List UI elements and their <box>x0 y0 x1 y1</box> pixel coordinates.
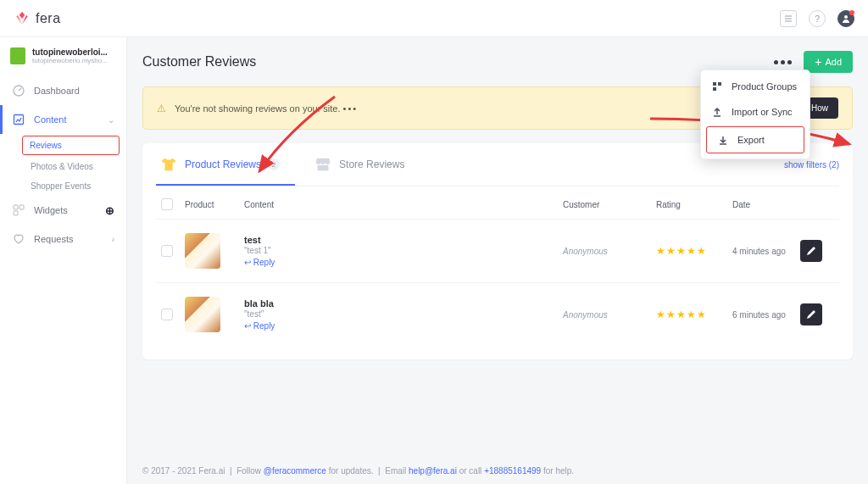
sidebar-item-widgets[interactable]: Widgets ⊕ <box>0 196 126 225</box>
col-date: Date <box>732 200 800 209</box>
reviews-card: Product Reviews 2 Store Reviews show fil… <box>142 143 853 359</box>
svg-rect-6 <box>713 82 716 86</box>
rating-stars: ★★★★★ <box>656 245 707 257</box>
twitter-link[interactable]: @feracommerce <box>264 466 326 476</box>
review-date: 6 minutes ago <box>732 310 786 320</box>
user-icon[interactable] <box>837 10 854 27</box>
chevron-down-icon: ⌄ <box>108 115 114 125</box>
edit-button[interactable] <box>800 303 822 325</box>
select-all-checkbox[interactable] <box>161 198 173 210</box>
more-menu-dropdown: Product Groups Import or Sync Export <box>700 70 810 159</box>
content-icon <box>12 113 25 126</box>
review-date: 4 minutes ago <box>732 247 786 256</box>
table-row: test "test 1" ↩ Reply Anonymous ★★★★★ 4 … <box>156 219 839 282</box>
store-name: tutopinewoberloi... <box>32 47 108 57</box>
add-button[interactable]: +Add <box>804 51 853 73</box>
topbar: fera ? <box>0 0 868 37</box>
chevron-right-icon: › <box>112 235 114 244</box>
more-menu-button[interactable] <box>774 60 792 64</box>
fera-gem-icon <box>14 10 31 27</box>
svg-rect-2 <box>14 115 24 125</box>
sidebar-item-label: Widgets <box>34 205 68 215</box>
footer: © 2017 - 2021 Fera.ai | Follow @feracomm… <box>142 466 574 476</box>
row-checkbox[interactable] <box>161 245 173 257</box>
tab-label: Product Reviews <box>185 159 261 170</box>
add-button-label: Add <box>825 57 842 67</box>
dropdown-item-label: Import or Sync <box>732 107 793 117</box>
sidebar-item-dashboard[interactable]: Dashboard <box>0 76 126 105</box>
plus-icon: ⊕ <box>105 204 114 217</box>
col-rating: Rating <box>656 200 732 209</box>
sidebar-subitem-photos[interactable]: Photos & Videos <box>22 157 126 176</box>
tab-label: Store Reviews <box>339 159 404 170</box>
review-excerpt: "test 1" <box>244 246 563 255</box>
customer-name: Anonymous <box>563 247 608 256</box>
upload-icon <box>711 107 723 117</box>
review-title: bla bla <box>244 298 563 309</box>
show-filters-link[interactable]: show filters (2) <box>784 160 839 170</box>
main-content: Customer Reviews +Add Product Groups Imp… <box>127 37 868 484</box>
sidebar-item-label: Content <box>34 114 67 125</box>
reply-link[interactable]: ↩ Reply <box>244 321 563 331</box>
dropdown-export[interactable]: Export <box>706 126 804 153</box>
svg-point-0 <box>844 15 848 19</box>
svg-rect-5 <box>14 211 18 215</box>
customer-name: Anonymous <box>563 310 608 320</box>
sidebar-item-content[interactable]: Content ⌄ <box>0 105 126 134</box>
rating-stars: ★★★★★ <box>656 309 707 320</box>
dashboard-icon <box>12 84 25 97</box>
review-excerpt: "test" <box>244 309 563 319</box>
dropdown-item-label: Export <box>737 135 765 145</box>
row-checkbox[interactable] <box>161 309 173 320</box>
table-row: bla bla "test" ↩ Reply Anonymous ★★★★★ 6… <box>156 282 839 346</box>
email-link[interactable]: help@fera.ai <box>409 466 457 476</box>
svg-rect-7 <box>718 82 721 86</box>
page-title: Customer Reviews <box>142 54 256 70</box>
tab-product-reviews[interactable]: Product Reviews 2 <box>156 143 295 186</box>
dropdown-product-groups[interactable]: Product Groups <box>701 74 810 99</box>
sidebar-subitem-reviews[interactable]: Reviews <box>22 136 120 155</box>
dropdown-import[interactable]: Import or Sync <box>701 99 810 125</box>
col-content: Content <box>244 200 563 209</box>
table-header: Product Content Customer Rating Date <box>156 186 839 219</box>
svg-rect-3 <box>14 205 18 209</box>
edit-button[interactable] <box>800 240 822 262</box>
warning-icon: ⚠ <box>157 103 166 114</box>
tab-store-reviews[interactable]: Store Reviews <box>310 143 420 186</box>
review-title: test <box>244 235 563 245</box>
store-icon <box>314 155 332 174</box>
brand-logo[interactable]: fera <box>14 10 61 27</box>
warning-text: You're not showing reviews on your site. <box>175 103 341 114</box>
svg-rect-8 <box>713 87 716 91</box>
notes-icon[interactable] <box>780 10 797 27</box>
sidebar-item-label: Dashboard <box>34 86 80 96</box>
tab-count: 2 <box>268 159 280 170</box>
notification-dot <box>849 10 854 15</box>
widgets-icon <box>12 203 25 217</box>
shopify-icon <box>10 47 25 64</box>
phone-link[interactable]: +18885161499 <box>484 466 541 476</box>
download-icon <box>717 135 729 145</box>
store-domain: tutopinewoberlo.mysho... <box>32 57 108 64</box>
dropdown-item-label: Product Groups <box>732 81 797 92</box>
brand-name: fera <box>36 11 61 26</box>
col-customer: Customer <box>563 200 656 209</box>
requests-icon <box>12 232 25 246</box>
product-thumbnail[interactable] <box>185 233 220 269</box>
reply-link[interactable]: ↩ Reply <box>244 258 563 267</box>
sidebar-item-requests[interactable]: Requests › <box>0 225 126 253</box>
svg-rect-4 <box>19 205 24 209</box>
help-icon[interactable]: ? <box>809 10 826 27</box>
sidebar-item-label: Requests <box>34 234 73 244</box>
sidebar: tutopinewoberloi... tutopinewoberlo.mysh… <box>0 37 127 484</box>
sidebar-subitem-events[interactable]: Shopper Events <box>22 176 126 196</box>
product-groups-icon <box>711 81 723 92</box>
tshirt-icon <box>159 155 178 174</box>
product-thumbnail[interactable] <box>185 297 220 332</box>
col-product: Product <box>185 200 244 209</box>
store-switcher[interactable]: tutopinewoberloi... tutopinewoberlo.mysh… <box>0 42 126 71</box>
